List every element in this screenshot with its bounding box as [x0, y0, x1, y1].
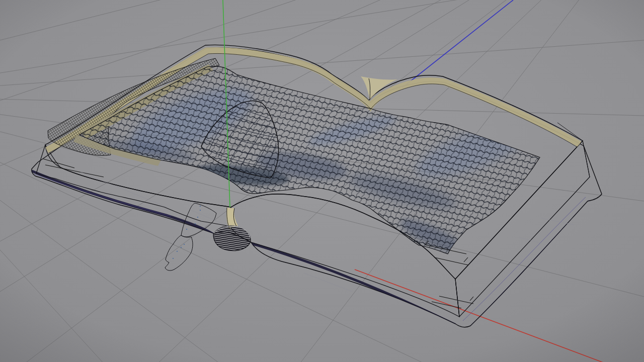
scene-3d[interactable]: 3D viewport - open book model with ocean… — [0, 0, 644, 362]
vignette-overlay — [0, 0, 644, 362]
viewport-canvas[interactable]: 3D viewport - open book model with ocean… — [0, 0, 644, 362]
